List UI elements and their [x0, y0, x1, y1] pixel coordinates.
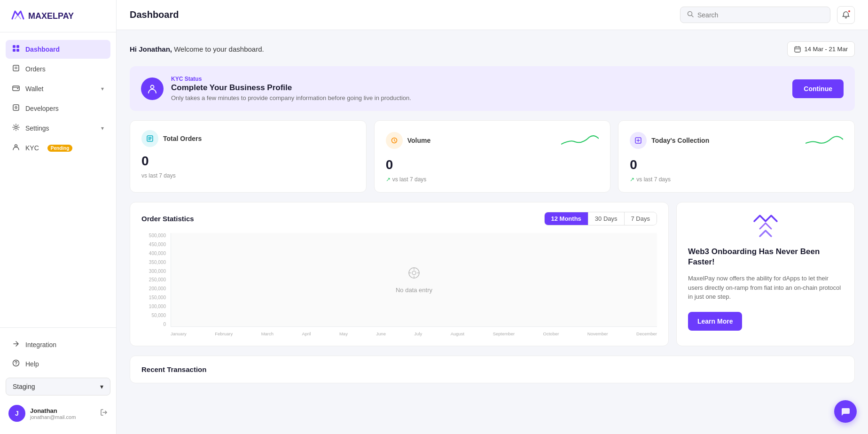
learn-more-button[interactable]: Learn More [688, 312, 742, 331]
notification-button[interactable] [837, 6, 855, 24]
notification-dot [847, 9, 851, 13]
env-selector[interactable]: Staging ▾ [6, 378, 110, 395]
date-range-button[interactable]: 14 Mar - 21 Mar [787, 41, 855, 57]
web3-title: Web3 Onboarding Has Never Been Faster! [688, 247, 843, 267]
continue-button[interactable]: Continue [792, 79, 844, 98]
orders-icon [12, 64, 20, 74]
logo-area: MAXELPAY [0, 0, 116, 32]
sidebar-item-wallet[interactable]: Wallet ▾ [6, 79, 110, 98]
date-range-label: 14 Mar - 21 Mar [805, 46, 848, 53]
chart-plot-area: No data entry [171, 233, 657, 327]
y-axis: 500,000 450,000 400,000 350,000 300,000 … [141, 233, 169, 327]
stat-footer-text: vs last 7 days [636, 176, 671, 183]
sidebar-item-settings[interactable]: Settings ▾ [6, 119, 110, 138]
recent-transactions-title: Recent Transaction [141, 365, 843, 373]
wallet-chevron: ▾ [101, 85, 104, 92]
user-row: J Jonathan jonathan@mail.com [6, 400, 110, 426]
page-title: Dashboard [130, 9, 179, 20]
stat-footer-text: vs last 7 days [392, 176, 427, 183]
sidebar-item-label: Dashboard [25, 46, 60, 53]
period-tab-7days[interactable]: 7 Days [625, 212, 657, 225]
kyc-status-label: KYC Status [171, 76, 785, 82]
logout-icon[interactable] [100, 409, 108, 418]
stat-label: Volume [407, 137, 431, 144]
sidebar-item-kyc[interactable]: KYC Pending [6, 139, 110, 157]
svg-rect-8 [17, 88, 18, 89]
stat-card-volume: Volume 0 ↗ vs last 7 days [374, 120, 611, 193]
main-content: Dashboard [117, 0, 868, 434]
svg-point-11 [15, 126, 17, 129]
bottom-section: Order Statistics 12 Months 30 Days 7 Day… [130, 202, 855, 346]
trend-icon: ↗ [630, 176, 634, 183]
web3-promo-card: Web3 Onboarding Has Never Been Faster! M… [676, 202, 855, 346]
stat-footer: vs last 7 days [141, 172, 355, 179]
welcome-greeting: Hi Jonathan, [130, 45, 172, 53]
svg-rect-7 [13, 86, 19, 91]
help-icon [12, 359, 20, 368]
svg-point-17 [151, 85, 154, 88]
app-name: MAXELPAY [28, 11, 74, 21]
chat-bubble[interactable] [834, 400, 857, 423]
stat-value: 0 [386, 157, 599, 172]
integration-icon [12, 340, 20, 349]
search-input[interactable] [697, 11, 823, 19]
top-bar: Dashboard [117, 0, 868, 30]
recent-transactions-section: Recent Transaction [130, 356, 855, 383]
no-data-label: No data entry [396, 287, 432, 294]
developers-icon [12, 104, 20, 113]
x-axis: January February March April May June Ju… [171, 331, 657, 336]
period-tabs: 12 Months 30 Days 7 Days [544, 212, 657, 225]
dashboard-icon [12, 45, 20, 54]
sidebar: MAXELPAY Dashboard O [0, 0, 117, 434]
sidebar-item-help[interactable]: Help [6, 355, 110, 373]
svg-rect-0 [13, 45, 16, 48]
svg-rect-2 [13, 49, 16, 52]
svg-point-10 [15, 107, 17, 108]
top-bar-right [680, 6, 855, 24]
svg-rect-3 [16, 49, 19, 52]
wallet-icon [12, 84, 20, 93]
welcome-message: Welcome to your dashboard. [174, 45, 264, 53]
order-stats-header: Order Statistics 12 Months 30 Days 7 Day… [141, 212, 657, 225]
period-tab-12months[interactable]: 12 Months [545, 212, 588, 225]
app-logo: MAXELPAY [11, 9, 105, 23]
web3-logo [688, 214, 843, 238]
stat-label: Total Orders [163, 135, 202, 142]
trend-icon: ↗ [386, 176, 391, 183]
total-orders-icon [141, 130, 158, 147]
kyc-title: Complete Your Business Profile [171, 83, 785, 93]
welcome-text: Hi Jonathan, Welcome to your dashboard. [130, 45, 264, 53]
help-label: Help [25, 360, 39, 368]
svg-rect-16 [795, 47, 800, 52]
sidebar-item-label: Wallet [25, 85, 43, 93]
settings-chevron: ▾ [101, 125, 104, 132]
stat-footer-text: vs last 7 days [141, 172, 176, 179]
period-tab-30days[interactable]: 30 Days [588, 212, 625, 225]
sidebar-item-developers[interactable]: Developers [6, 99, 110, 118]
kyc-info: KYC Status Complete Your Business Profil… [171, 76, 785, 101]
search-box[interactable] [680, 7, 830, 23]
sidebar-item-label: KYC [25, 144, 39, 152]
no-data-icon [407, 266, 421, 283]
stats-row: Total Orders 0 vs last 7 days Volume [130, 120, 855, 193]
user-email: jonathan@mail.com [30, 414, 95, 420]
user-info: Jonathan jonathan@mail.com [30, 407, 95, 420]
stat-header: Today's Collection [630, 130, 843, 151]
kyc-badge: Pending [47, 145, 72, 152]
svg-rect-1 [16, 45, 19, 48]
kyc-icon [12, 143, 20, 153]
stat-card-total-orders: Total Orders 0 vs last 7 days [130, 120, 367, 193]
web3-description: MaxelPay now offers the ability for dApp… [688, 274, 843, 302]
dashboard-body: Hi Jonathan, Welcome to your dashboard. … [117, 30, 868, 434]
sidebar-item-integration[interactable]: Integration [6, 335, 110, 354]
stat-label: Today's Collection [651, 137, 709, 144]
sidebar-item-dashboard[interactable]: Dashboard [6, 40, 110, 59]
sidebar-bottom: Integration Help Staging ▾ J Jonathan jo… [0, 327, 116, 434]
svg-point-14 [16, 364, 16, 365]
sidebar-item-orders[interactable]: Orders [6, 60, 110, 78]
stat-value: 0 [141, 154, 355, 169]
search-icon [687, 11, 694, 19]
stat-header: Volume [386, 130, 599, 151]
integration-label: Integration [25, 341, 56, 349]
stat-card-todays-collection: Today's Collection 0 ↗ vs last 7 days [618, 120, 855, 193]
